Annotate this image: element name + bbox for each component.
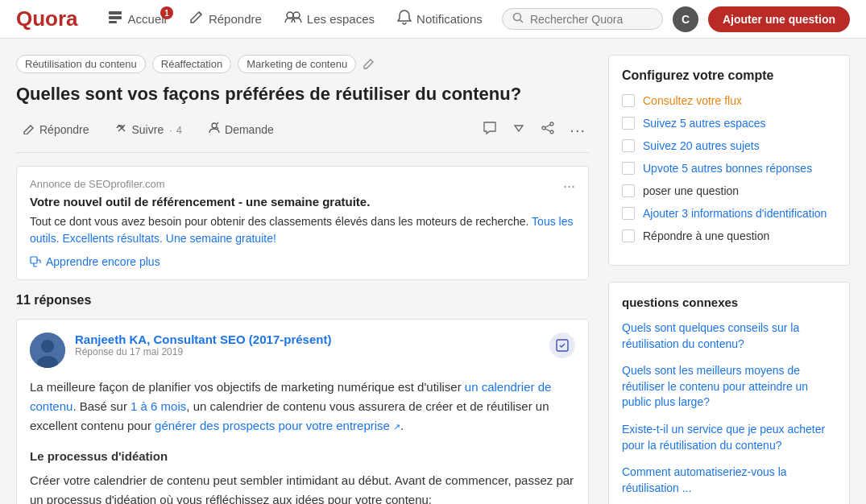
nav-label-repondre: Répondre [209,12,262,26]
nav-item-espaces[interactable]: Les espaces [275,6,384,32]
checkbox-4[interactable] [622,184,635,197]
ad-link-resultats[interactable]: Excellents résultats. [62,232,163,245]
related-link-3[interactable]: Comment automatiseriez-vous la réutilisa… [622,465,836,496]
configure-account-card: Configurez votre compte Consultez votre … [608,55,850,266]
svg-line-11 [545,125,550,127]
nav-items: Accueil 1 Répondre Les espaces Notificat… [97,4,492,34]
demande-label: Demande [225,123,274,136]
answers-count: 11 réponses [16,293,589,308]
checkbox-5[interactable] [622,207,635,220]
checklist-label-2[interactable]: Suivez 20 autres sujets [643,139,760,152]
checkbox-3[interactable] [622,162,635,175]
checklist-item-6: Répondre à une question [622,229,836,242]
checklist-label-5[interactable]: Ajouter 3 informations d'identification [643,207,827,220]
share-icon[interactable] [537,118,558,143]
answer-section-title: Le processus d'idéation [30,447,575,466]
search-icon [512,12,524,26]
tag-reutilisation[interactable]: Réutilisation du contenu [16,55,146,73]
comment-icon[interactable] [479,118,500,143]
ad-more-icon[interactable]: ··· [563,178,575,195]
ad-source: Annonce de SEOprofiler.com [30,178,575,190]
ad-body: Tout ce dont vous avez besoin pour obten… [30,213,575,247]
svg-point-8 [550,122,553,126]
spaces-icon [284,10,302,27]
sidebar: Configurez votre compte Consultez votre … [608,55,850,504]
related-title: questions connexes [622,295,836,309]
answerer-info: Ranjeeth KA, Consultant SEO (2017-présen… [75,333,540,357]
svg-point-10 [542,126,545,130]
svg-rect-13 [31,257,37,263]
bell-icon [397,9,412,29]
suivre-icon [115,122,128,138]
repondre-button[interactable]: Répondre [16,118,96,141]
edit-icon [189,10,204,28]
nav-item-notifications[interactable]: Notifications [387,4,492,34]
logo[interactable]: Quora [16,6,78,31]
search-input[interactable] [530,13,653,26]
nav-item-repondre[interactable]: Répondre [180,5,271,33]
search-box[interactable] [502,8,663,30]
more-icon[interactable]: ··· [566,118,589,143]
checklist-label-4[interactable]: poser une question [643,184,739,197]
demande-icon [208,122,221,138]
answer-link-ext[interactable]: ↗ [393,422,400,432]
svg-rect-0 [109,11,122,14]
svg-point-9 [550,130,553,134]
related-link-2[interactable]: Existe-t-il un service que je peux achet… [622,422,836,453]
ad-learn-more-label: Apprendre encore plus [46,255,160,268]
checklist-item-3: Upvote 5 autres bonnes réponses [622,162,836,175]
related-link-1[interactable]: Quels sont les meilleurs moyens de réuti… [622,363,836,411]
ad-title: Votre nouvel outil de référencement - un… [30,195,575,209]
edit-tags-icon[interactable] [363,56,375,72]
answer-link-mois[interactable]: 1 à 6 mois [131,399,186,413]
related-questions-card: questions connexes Quels sont quelques c… [608,282,850,504]
related-link-0[interactable]: Quels sont quelques conseils sur la réut… [622,320,836,352]
add-question-button[interactable]: Ajouter une question [708,6,850,32]
svg-point-7 [212,123,217,128]
checkbox-6[interactable] [622,229,635,242]
demande-button[interactable]: Demande [201,118,280,141]
tags-row: Réutilisation du contenu Réaffectation M… [16,55,589,73]
svg-rect-1 [109,16,122,19]
answer-cta-button[interactable] [549,333,575,358]
answerer-title-text: , Consultant SEO (2017-présent) [147,333,331,346]
checklist-item-2: Suivez 20 autres sujets [622,139,836,152]
action-bar: Répondre Suivre · 4 Demande [16,118,589,153]
svg-rect-17 [557,340,568,351]
ad-link-gratuite[interactable]: Une semaine gratuite! [166,232,276,245]
tag-reaffectation[interactable]: Réaffectation [152,55,231,73]
checklist-item-5: Ajouter 3 informations d'identification [622,207,836,220]
answer-body-intro: La meilleure façon de planifier vos obje… [30,380,465,394]
answer-card: Ranjeeth KA, Consultant SEO (2017-présen… [16,319,589,504]
answerer-name-text[interactable]: Ranjeeth KA [75,333,147,346]
checklist-label-6[interactable]: Répondre à une question [643,229,769,242]
checklist-label-1[interactable]: Suivez 5 autres espaces [643,117,766,130]
suivre-count: · [169,124,172,136]
ad-learn-more[interactable]: Apprendre encore plus [30,255,575,268]
downvote-icon[interactable] [508,118,529,143]
nav-item-accueil[interactable]: Accueil 1 [97,5,176,33]
answer-link-prospects[interactable]: générer des prospects pour votre entrepr… [155,419,390,432]
header: Quora Accueil 1 Répondre Les espaces Not [0,0,866,39]
svg-line-6 [520,20,524,23]
checklist-label-0[interactable]: Consultez votre flux [643,94,742,107]
avatar[interactable]: C [673,6,698,32]
ad-card: Annonce de SEOprofiler.com ··· Votre nou… [16,166,589,280]
svg-line-12 [545,129,550,131]
suivre-number: 4 [176,124,182,136]
suivre-button[interactable]: Suivre · 4 [109,118,189,141]
suivre-label: Suivre [132,123,164,136]
main-layout: Réutilisation du contenu Réaffectation M… [0,39,866,504]
answer-body-mid: . Basé sur [73,399,131,413]
checkbox-0[interactable] [622,94,635,107]
tag-marketing[interactable]: Marketing de contenu [238,55,356,73]
svg-point-5 [514,14,521,21]
answer-period: . [400,419,404,432]
content-area: Réutilisation du contenu Réaffectation M… [16,55,589,504]
question-title: Quelles sont vos façons préférées de réu… [16,83,589,106]
checkbox-1[interactable] [622,117,635,130]
svg-point-15 [41,340,54,353]
checkbox-2[interactable] [622,139,635,152]
answer-top-action [549,333,575,358]
checklist-label-3[interactable]: Upvote 5 autres bonnes réponses [643,162,812,175]
